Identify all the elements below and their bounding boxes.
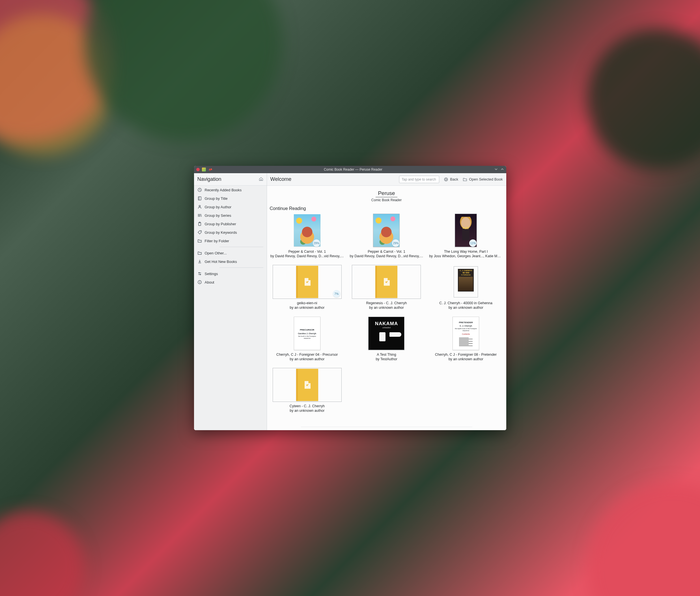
titlebar: 📌 Comic Book Reader — Peruse Reader — [194, 166, 506, 173]
book-card[interactable]: 11% The Long Way Home, Part I by Joss Wh… — [427, 214, 504, 258]
svg-point-7 — [200, 274, 201, 275]
sidebar: Navigation Recently Added Books Group by… — [194, 173, 267, 430]
content-scroll[interactable]: Peruse Comic Book Reader Continue Readin… — [267, 185, 506, 430]
book-card[interactable]: PRETENDER C. J. Cherryh the eighth book … — [427, 316, 504, 361]
open-selected-button[interactable]: Open Selected Book — [463, 177, 502, 182]
sidebar-item-about[interactable]: About — [194, 278, 267, 287]
book-card[interactable]: PRECURSOR Caroline J. Cherryh the fourth… — [269, 316, 346, 361]
sidebar-item-open-other[interactable]: Open Other... — [194, 249, 267, 257]
toolbar: Welcome Back Open Selected Book — [267, 173, 506, 185]
book-cover — [296, 266, 318, 298]
sidebar-item-settings[interactable]: Settings — [194, 269, 267, 278]
book-card[interactable]: 7% geiko-eien-ni by an unknown author — [269, 265, 346, 309]
book-card[interactable]: Cyteen - C. J. Cherryh by an unknown aut… — [269, 368, 346, 413]
app-window: 📌 Comic Book Reader — Peruse Reader Navi… — [194, 166, 506, 430]
sidebar-item-folder[interactable]: Filter by Folder — [194, 237, 267, 245]
cover-text: Contents — [462, 333, 470, 336]
info-icon — [198, 280, 202, 284]
hero: Peruse Comic Book Reader — [267, 190, 506, 202]
cover-text: PRECURSOR — [300, 328, 314, 331]
book-card[interactable]: NAKAMA unleaded A Test Thing by TestAuth… — [348, 316, 425, 361]
book-title: Pepper & Carrot - Vol. 1 — [288, 250, 326, 253]
page-title: Welcome — [270, 176, 292, 182]
sidebar-item-label: About — [205, 280, 214, 284]
book-author: by an unknown author — [290, 306, 325, 309]
cover-text: the eighth book of the Foreigner sequenc… — [455, 328, 477, 332]
main-area: Welcome Back Open Selected Book Peruse C… — [267, 173, 506, 430]
expand-icon[interactable] — [501, 168, 504, 172]
cover-text: Caroline J. Cherryh — [298, 332, 316, 335]
back-button[interactable]: Back — [444, 177, 458, 182]
book-author: by TestAuthor — [375, 357, 397, 361]
svg-point-2 — [199, 205, 200, 207]
search-input[interactable] — [399, 176, 439, 183]
book-author: by an unknown author — [290, 409, 325, 413]
sidebar-separator — [219, 247, 263, 247]
sidebar-item-title[interactable]: Group by Title — [194, 194, 267, 203]
book-cover — [296, 369, 318, 401]
cover-text: the fourth in the Foreigner sequence — [296, 336, 318, 339]
folder-open-icon — [198, 251, 202, 255]
book-author: by David Revoy, David Revoy, D...vid Rev… — [349, 254, 423, 258]
sidebar-item-label: Open Other... — [205, 251, 227, 255]
books-icon — [198, 213, 202, 218]
book-author: by David Revoy, David Revoy, D...vid Rev… — [270, 254, 344, 258]
book-cover: C. J. CHERRYH 40 000 in Gehenna — [458, 269, 474, 292]
cover-text: unleaded — [368, 327, 404, 328]
book-title: geiko-eien-ni — [297, 301, 317, 305]
sidebar-item-label: Recently Added Books — [205, 188, 242, 192]
cover-text: 40 000 — [462, 272, 469, 274]
book-cover: PRECURSOR Caroline J. Cherryh the fourth… — [294, 317, 320, 350]
book-title: Cherryh, C J - Foreigner 08 - Pretender — [435, 353, 497, 356]
svg-point-6 — [199, 273, 199, 273]
sidebar-item-author[interactable]: Group by Author — [194, 203, 267, 211]
book-icon — [198, 196, 202, 201]
sidebar-item-recent[interactable]: Recently Added Books — [194, 185, 267, 194]
person-icon — [198, 205, 202, 209]
book-cover: NAKAMA unleaded — [368, 317, 405, 350]
back-label: Back — [450, 177, 458, 181]
back-icon — [444, 177, 448, 182]
book-author: by an unknown author — [448, 306, 483, 309]
window-close-button[interactable] — [196, 168, 200, 171]
progress-badge: 11% — [469, 240, 476, 247]
book-author: by an unknown author — [369, 306, 404, 309]
open-selected-label: Open Selected Book — [469, 177, 502, 181]
book-grid: 29% Pepper & Carrot - Vol. 1 by David Re… — [267, 214, 506, 413]
sidebar-header: Navigation — [194, 173, 267, 185]
book-title: A Test Thing — [377, 353, 396, 356]
collapse-icon[interactable] — [494, 168, 498, 172]
sidebar-item-label: Settings — [205, 272, 218, 276]
book-card[interactable]: C. J. CHERRYH 40 000 in Gehenna C. J. Ch… — [427, 265, 504, 309]
tag-icon — [198, 230, 202, 234]
cover-text: NAKAMA — [368, 321, 404, 327]
book-title: The Long Way Home, Part I — [444, 250, 488, 253]
home-icon[interactable] — [259, 177, 263, 182]
book-title: Regenesis - C. J. Cherryh — [366, 301, 407, 305]
book-author: by an unknown author — [290, 357, 325, 361]
book-card[interactable]: 29% Pepper & Carrot - Vol. 1 by David Re… — [348, 214, 425, 258]
clipboard-icon — [198, 222, 202, 226]
progress-badge: 29% — [313, 240, 320, 247]
sidebar-item-series[interactable]: Group by Series — [194, 211, 267, 220]
sidebar-item-label: Group by Publisher — [205, 222, 236, 226]
sidebar-title: Navigation — [198, 176, 222, 182]
progress-badge: 7% — [333, 290, 340, 297]
cover-text: in Gehenna — [461, 274, 471, 276]
settings-icon — [198, 271, 202, 276]
cover-text: C. J. Cherryh — [460, 325, 472, 327]
sidebar-item-keywords[interactable]: Group by Keywords — [194, 228, 267, 237]
book-author: by an unknown author — [448, 357, 483, 361]
book-title: Cyteen - C. J. Cherryh — [290, 404, 325, 408]
window-title: Comic Book Reader — Peruse Reader — [212, 168, 494, 172]
hero-subtitle: Comic Book Reader — [267, 198, 506, 202]
svg-point-5 — [200, 231, 201, 232]
sidebar-item-get-new[interactable]: Get Hot New Books — [194, 257, 267, 266]
sidebar-item-label: Filter by Folder — [205, 239, 229, 243]
book-card[interactable]: 29% Pepper & Carrot - Vol. 1 by David Re… — [269, 214, 346, 258]
sidebar-item-publisher[interactable]: Group by Publisher — [194, 220, 267, 228]
book-author: by Joss Whedon, Georges Jeant..., Katie … — [429, 254, 502, 258]
sidebar-list-system: Settings About — [194, 269, 267, 287]
section-continue-reading: Continue Reading — [270, 206, 506, 211]
book-card[interactable]: Regenesis - C. J. Cherryh by an unknown … — [348, 265, 425, 309]
